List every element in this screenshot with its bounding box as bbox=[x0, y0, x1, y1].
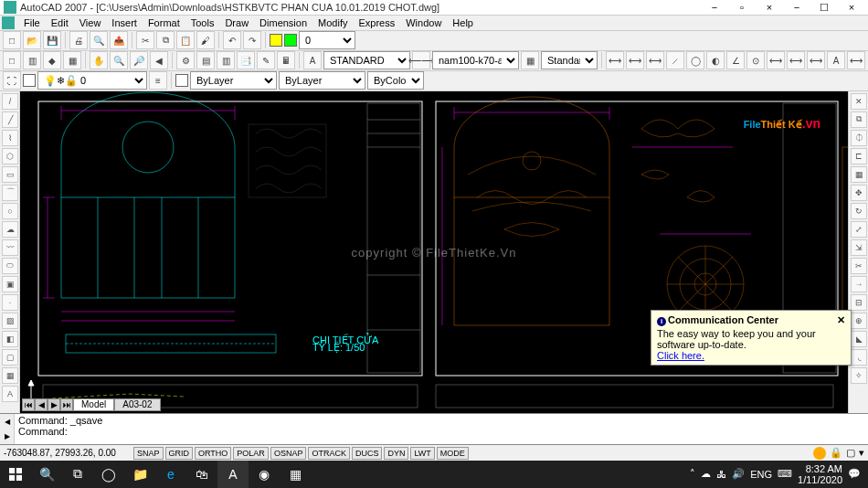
tray-keyboard-icon[interactable]: ⌨ bbox=[778, 468, 792, 480]
spline-button[interactable]: 〰 bbox=[2, 239, 18, 256]
dim-tool7[interactable]: ∠ bbox=[726, 51, 745, 69]
line-button[interactable]: / bbox=[2, 93, 18, 110]
commcenter-icon[interactable] bbox=[813, 447, 826, 460]
match-button[interactable]: 🖌 bbox=[196, 31, 215, 49]
menu-insert[interactable]: Insert bbox=[106, 16, 143, 30]
tab-last[interactable]: ⏭ bbox=[60, 398, 73, 411]
tray-clock[interactable]: 8:32 AM 1/11/2020 bbox=[798, 463, 842, 485]
minimize-button[interactable]: − bbox=[784, 0, 810, 15]
menu-file[interactable]: File bbox=[18, 16, 46, 30]
maximize-button[interactable]: ☐ bbox=[811, 0, 837, 15]
edge-icon[interactable]: e bbox=[155, 461, 186, 488]
dim-tool3[interactable]: ⟷ bbox=[646, 51, 664, 69]
tray-notifications-icon[interactable]: 💬 bbox=[848, 468, 861, 480]
publish-button[interactable]: 📤 bbox=[110, 31, 128, 49]
menu-tools[interactable]: Tools bbox=[185, 16, 220, 30]
markup-button[interactable]: ✎ bbox=[257, 51, 275, 69]
taskview-icon[interactable]: ⧉ bbox=[62, 461, 93, 488]
dim-tool5[interactable]: ◯ bbox=[686, 51, 704, 69]
cmd-scroll-right[interactable]: ▶ bbox=[0, 430, 14, 445]
tray-sound-icon[interactable]: 🔊 bbox=[732, 468, 745, 480]
ellipse-button[interactable]: ⬭ bbox=[2, 258, 18, 274]
dim-tool10[interactable]: ⟷ bbox=[787, 51, 805, 69]
toggle-ortho[interactable]: ORTHO bbox=[195, 447, 231, 460]
menu-help[interactable]: Help bbox=[447, 16, 479, 30]
command-text[interactable]: Command: _qsave Command: bbox=[15, 414, 868, 444]
region-button[interactable]: ▢ bbox=[2, 349, 18, 366]
trim-button[interactable]: ✂ bbox=[851, 258, 867, 274]
toggle-model[interactable]: MODE bbox=[437, 447, 469, 460]
cut-button[interactable]: ✂ bbox=[136, 31, 154, 49]
app-icon2[interactable]: ▦ bbox=[280, 461, 311, 488]
table-button[interactable]: ▦ bbox=[2, 367, 18, 384]
zoom-button[interactable]: 🔍 bbox=[110, 51, 128, 69]
move-button[interactable]: ✥ bbox=[851, 185, 867, 201]
close-doc-button[interactable]: × bbox=[757, 0, 782, 15]
lock-icon[interactable]: 🔒 bbox=[830, 447, 842, 459]
undo-button[interactable]: ↶ bbox=[223, 31, 241, 49]
cortana-icon[interactable]: ◯ bbox=[93, 461, 124, 488]
menu-express[interactable]: Express bbox=[353, 16, 400, 30]
toggle-osnap[interactable]: OSNAP bbox=[270, 447, 307, 460]
dim-tool8[interactable]: ⊙ bbox=[746, 51, 765, 69]
extend-button[interactable]: → bbox=[851, 276, 867, 292]
dim-style-select[interactable]: nam100-k70-a3 bbox=[432, 51, 519, 69]
join-button[interactable]: ⊕ bbox=[851, 313, 867, 329]
dim-tool6[interactable]: ◐ bbox=[706, 51, 725, 69]
copy2-button[interactable]: ⧉ bbox=[851, 111, 867, 128]
menu-draw[interactable]: Draw bbox=[219, 16, 254, 30]
tab-prev[interactable]: ◀ bbox=[35, 398, 48, 411]
store-icon[interactable]: 🛍 bbox=[186, 461, 217, 488]
color-control[interactable] bbox=[175, 74, 188, 87]
fillet-button[interactable]: ◟ bbox=[851, 349, 867, 366]
design-center-button[interactable]: ▤ bbox=[196, 51, 215, 69]
menu-view[interactable]: View bbox=[74, 16, 107, 30]
circle-button[interactable]: ○ bbox=[2, 203, 18, 219]
toggle-dyn[interactable]: DYN bbox=[384, 447, 408, 460]
menu-dimension[interactable]: Dimension bbox=[254, 16, 312, 30]
mtext-button[interactable]: A bbox=[2, 386, 18, 402]
autocad-task-icon[interactable]: A bbox=[217, 461, 249, 488]
current-color[interactable] bbox=[23, 74, 36, 87]
zoom-realtime-button[interactable]: 🔎 bbox=[130, 51, 148, 69]
block-button[interactable]: ▣ bbox=[2, 276, 18, 292]
properties-button[interactable]: ⚙ bbox=[176, 51, 195, 69]
tool4-button[interactable]: ▦ bbox=[63, 51, 81, 69]
search-icon[interactable]: 🔍 bbox=[31, 461, 62, 488]
text-style-select[interactable]: STANDARD bbox=[323, 51, 410, 69]
menu-format[interactable]: Format bbox=[143, 16, 185, 30]
stretch-button[interactable]: ⇲ bbox=[851, 239, 867, 256]
scale-button[interactable]: ⤢ bbox=[851, 221, 867, 238]
new-button[interactable]: □ bbox=[3, 31, 21, 49]
restore-doc-button[interactable]: ▫ bbox=[729, 0, 755, 15]
tray-network-icon[interactable]: 🖧 bbox=[716, 469, 726, 480]
toggle-polar[interactable]: POLAR bbox=[233, 447, 269, 460]
toggle-lwt[interactable]: LWT bbox=[410, 447, 434, 460]
table-style-select[interactable]: Standard bbox=[541, 51, 598, 69]
dim-tool9[interactable]: ⟷ bbox=[767, 51, 785, 69]
dim-tool13[interactable]: ⟷ bbox=[847, 51, 865, 69]
plotstyle-select[interactable]: ByColor bbox=[367, 71, 424, 90]
explorer-icon[interactable]: 📁 bbox=[124, 461, 155, 488]
linetype-select[interactable]: ByLayer bbox=[190, 71, 277, 90]
hatch-button[interactable]: ▨ bbox=[2, 313, 18, 329]
qnew-button[interactable]: □ bbox=[3, 51, 21, 69]
revcloud-button[interactable]: ☁ bbox=[2, 221, 18, 238]
open-button[interactable]: 📂 bbox=[23, 31, 41, 49]
pan-button[interactable]: ✋ bbox=[90, 51, 108, 69]
cc-close-button[interactable]: ✕ bbox=[837, 314, 845, 326]
tab-layout1[interactable]: A03-02 bbox=[114, 398, 160, 411]
minimize-doc-button[interactable]: − bbox=[702, 0, 727, 15]
plot-button[interactable]: 🖨 bbox=[69, 31, 88, 49]
tray-lang[interactable]: ENG bbox=[750, 469, 772, 480]
tray-onedrive-icon[interactable]: ☁ bbox=[701, 468, 711, 480]
layer-color-swatch2[interactable] bbox=[284, 34, 297, 47]
lineweight-select[interactable]: ByLayer bbox=[279, 71, 365, 90]
sheet-set-button[interactable]: 📑 bbox=[237, 51, 255, 69]
status-tray-icon[interactable]: ▾ bbox=[859, 447, 864, 459]
start-button[interactable] bbox=[0, 461, 31, 488]
cmd-scroll-left[interactable]: ◀ bbox=[0, 414, 14, 430]
layer-select[interactable]: 💡❄🔓 0 bbox=[37, 71, 147, 90]
menu-edit[interactable]: Edit bbox=[46, 16, 74, 30]
zoom-prev-button[interactable]: ◀ bbox=[150, 51, 168, 69]
